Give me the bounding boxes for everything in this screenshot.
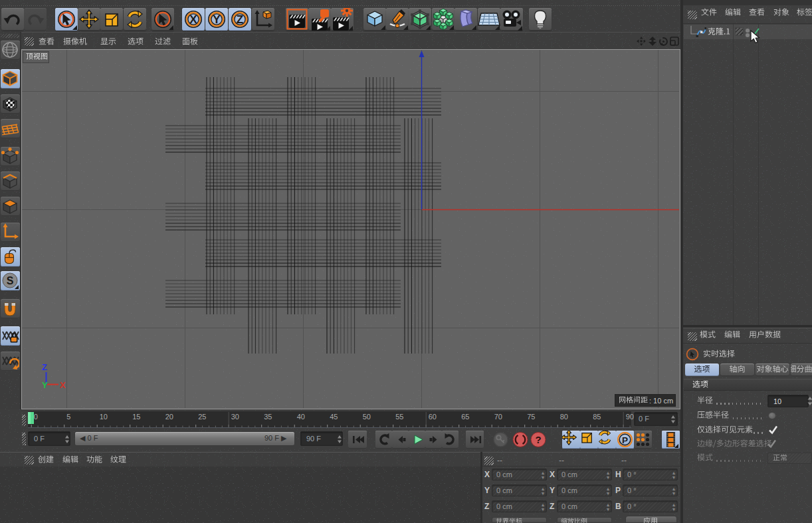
svg-text:Z: Z xyxy=(42,362,47,372)
svg-text:Z: Z xyxy=(237,13,243,26)
svg-text:P: P xyxy=(622,435,628,445)
svg-text:Y: Y xyxy=(213,13,221,26)
svg-text:Y: Y xyxy=(42,380,48,390)
svg-text:X: X xyxy=(189,13,197,26)
svg-text:S: S xyxy=(7,275,14,286)
svg-text:?: ? xyxy=(535,434,541,445)
svg-text:X: X xyxy=(60,380,66,390)
